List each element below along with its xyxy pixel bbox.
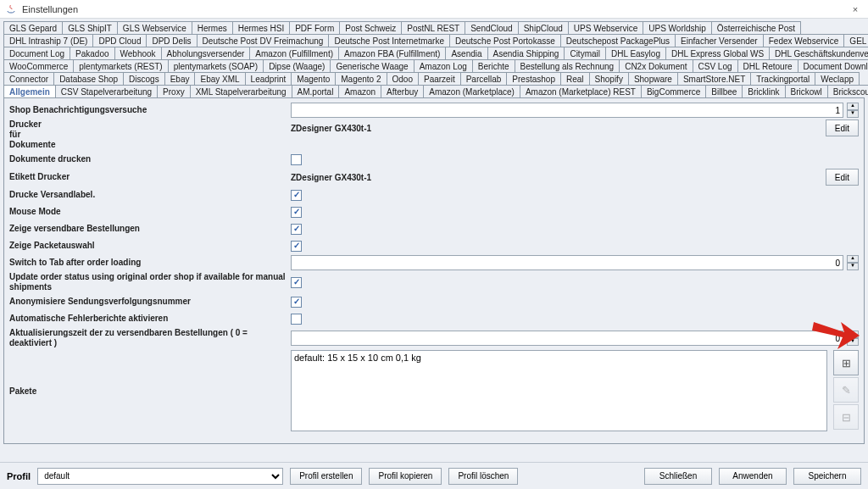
tab[interactable]: XML Stapelverarbeitung [190, 85, 292, 97]
tab[interactable]: Deutschepost PackagePlus [560, 34, 676, 47]
print-docs-checkbox[interactable] [291, 154, 302, 165]
tab[interactable]: DPD Delis [146, 34, 197, 47]
tab[interactable]: Deutsche Post Internetmarke [328, 34, 450, 47]
tab[interactable]: plentymarkets (REST) [73, 59, 168, 72]
tab[interactable]: Allgemein [3, 85, 56, 97]
tab[interactable]: BigCommerce [641, 85, 706, 97]
tab[interactable]: Prestashop [506, 72, 561, 85]
tab[interactable]: Abholungsversender [161, 47, 251, 59]
tab[interactable]: Paarzeit [418, 72, 461, 85]
mouse-mode-checkbox[interactable] [291, 207, 302, 218]
tab[interactable]: Bestellung als Rechnung [515, 59, 620, 72]
tab[interactable]: Pakadoo [70, 47, 114, 59]
tab[interactable]: DHL Retoure [737, 59, 798, 72]
tab[interactable]: Amazon (Marketplace) [423, 85, 520, 97]
package-delete-button[interactable]: ⊟ [833, 404, 859, 430]
tab[interactable]: Magento [291, 72, 336, 85]
doc-printer-edit-button[interactable]: Edit [826, 119, 859, 136]
tab[interactable]: Deutsche Post DV Freimachung [197, 34, 330, 47]
tab[interactable]: Magento 2 [335, 72, 387, 85]
label-printer-edit-button[interactable]: Edit [826, 169, 859, 186]
spin-down-icon[interactable]: ▼ [847, 338, 859, 346]
tab[interactable]: PDF Form [289, 21, 340, 34]
upd-status-checkbox[interactable] [291, 277, 302, 288]
tab[interactable]: CSV Stapelverarbeitung [55, 85, 158, 97]
tab[interactable]: Ebay XML [194, 72, 245, 85]
show-pkg-checkbox[interactable] [291, 241, 302, 252]
tab[interactable]: Generische Waage [330, 59, 414, 72]
tab[interactable]: Document Downloader [798, 59, 868, 72]
tab[interactable]: SmartStore.NET [677, 72, 751, 85]
close-button[interactable]: × [848, 2, 863, 17]
refresh-input[interactable] [291, 331, 843, 346]
tab[interactable]: Webhook [114, 47, 162, 59]
tab[interactable]: Ebay [164, 72, 196, 85]
tab[interactable]: Odoo [387, 72, 419, 85]
refresh-spinner[interactable]: ▲▼ [847, 331, 859, 346]
tab[interactable]: UPS Webservice [568, 21, 643, 34]
tab[interactable]: DHL Geschäftskundenversand [769, 47, 868, 59]
tab[interactable]: GLS Gepard [3, 21, 63, 34]
tab[interactable]: CSV Log [693, 59, 738, 72]
tab[interactable]: GLS ShipIT [62, 21, 118, 34]
spin-up-icon[interactable]: ▲ [847, 331, 859, 338]
tab[interactable]: Hermes [192, 21, 233, 34]
tab[interactable]: Bricklink [742, 85, 785, 97]
tab[interactable]: plentymarkets (SOAP) [168, 59, 264, 72]
tab[interactable]: DHL Easylog [605, 47, 666, 59]
tab[interactable]: UPS Worldship [643, 21, 712, 34]
tab[interactable]: GEL Express [843, 34, 868, 47]
profile-select[interactable]: default [37, 468, 283, 485]
tab[interactable]: DHL Express Global WS [665, 47, 770, 59]
tab[interactable]: AM.portal [292, 85, 340, 97]
spin-up-icon[interactable]: ▲ [847, 103, 859, 110]
spin-up-icon[interactable]: ▲ [847, 255, 859, 263]
tab[interactable]: Amazon FBA (Fulfillment) [338, 47, 446, 59]
tab[interactable]: PostNL REST [401, 21, 465, 34]
tab[interactable]: Document Log [3, 47, 70, 59]
tab[interactable]: Amazon Log [414, 59, 473, 72]
tab[interactable]: Dipse (Waage) [263, 59, 331, 72]
shop-notif-spinner[interactable]: ▲▼ [847, 103, 859, 118]
tab[interactable]: WooCommerce [3, 59, 74, 72]
apply-button[interactable]: Anwenden [719, 468, 787, 485]
print-ship-checkbox[interactable] [291, 190, 302, 201]
switch-tab-spinner[interactable]: ▲▼ [847, 255, 859, 270]
tab[interactable]: CN2x Dokument [619, 59, 693, 72]
create-profile-button[interactable]: Profil erstellen [290, 468, 362, 485]
tab[interactable]: Deutsche Post Portokasse [449, 34, 561, 47]
tab[interactable]: Weclapp [815, 72, 860, 85]
tab[interactable]: Parcellab [460, 72, 508, 85]
spin-down-icon[interactable]: ▼ [847, 263, 859, 270]
tab[interactable]: Österreichische Post [711, 21, 801, 34]
tab[interactable]: Shopware [628, 72, 678, 85]
tab[interactable]: Proxy [157, 85, 191, 97]
tab[interactable]: Asendia Shipping [487, 47, 565, 59]
tab[interactable]: Amazon (Fulfillment) [249, 47, 339, 59]
tab[interactable]: Brickowl [785, 85, 828, 97]
anon-checkbox[interactable] [291, 297, 302, 308]
tab[interactable]: Trackingportal [750, 72, 815, 85]
package-add-button[interactable]: ⊞ [833, 350, 859, 375]
packages-list[interactable]: default: 15 x 15 x 10 cm 0,1 kg [291, 350, 827, 431]
tab[interactable]: Leadprint [245, 72, 292, 85]
tab[interactable]: Afterbuy [381, 85, 424, 97]
tab[interactable]: Shopify [589, 72, 629, 85]
tab[interactable]: Discogs [123, 72, 165, 85]
delete-profile-button[interactable]: Profil löschen [448, 468, 518, 485]
tab[interactable]: Real [560, 72, 590, 85]
tab[interactable]: Berichte [472, 59, 515, 72]
tab[interactable]: Brickscout [827, 85, 868, 97]
list-item[interactable]: default: 15 x 15 x 10 cm 0,1 kg [294, 353, 824, 363]
shop-notif-input[interactable] [291, 103, 843, 118]
tab[interactable]: Amazon [338, 85, 381, 97]
tab[interactable]: Fedex Webservice [763, 34, 845, 47]
tab[interactable]: Database Shop [53, 72, 124, 85]
tab[interactable]: Einfacher Versender [675, 34, 764, 47]
tab[interactable]: Billbee [705, 85, 743, 97]
tab[interactable]: Connector [3, 72, 54, 85]
package-edit-button[interactable]: ✎ [833, 377, 859, 403]
tab[interactable]: GLS Webservice [117, 21, 192, 34]
tab[interactable]: SendCloud [465, 21, 518, 34]
auto-err-checkbox[interactable] [291, 314, 302, 325]
